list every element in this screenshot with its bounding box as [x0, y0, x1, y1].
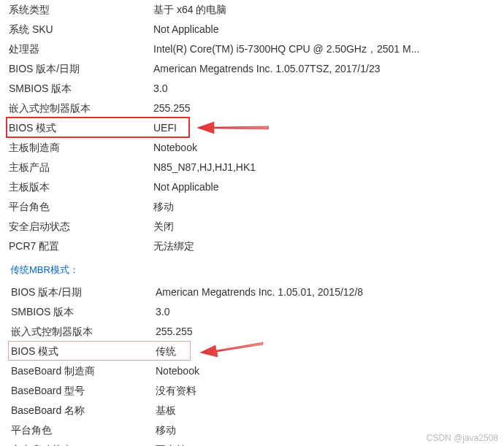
- legacy-mbr-title: 传统MBR模式：: [9, 264, 504, 277]
- info-value: 3.0: [153, 79, 504, 99]
- watermark: CSDN @java2508: [427, 433, 498, 443]
- info-row: 主板制造商 Notebook: [9, 138, 504, 158]
- info-row: SMBIOS 版本 3.0: [11, 302, 504, 322]
- system-info-section-2: BIOS 版本/日期 American Megatrends Inc. 1.05…: [9, 282, 504, 446]
- info-label: 主板产品: [9, 158, 153, 177]
- info-value: UEFI: [153, 118, 504, 138]
- info-label: BIOS 版本/日期: [9, 59, 153, 79]
- info-value: Not Applicable: [153, 177, 504, 197]
- info-label: 系统 SKU: [9, 20, 153, 39]
- info-row: 安全启动状态 关闭: [9, 217, 504, 237]
- info-label: BaseBoard 制造商: [11, 361, 156, 381]
- info-value: 关闭: [153, 217, 504, 237]
- info-value: 传统: [156, 342, 504, 361]
- info-row: 系统类型 基于 x64 的电脑: [9, 0, 504, 20]
- info-value: 255.255: [153, 99, 504, 118]
- info-row: 平台角色 移动: [9, 197, 504, 217]
- info-row-bios-mode: BIOS 模式 UEFI: [9, 118, 504, 138]
- info-row: BIOS 版本/日期 American Megatrends Inc. 1.05…: [9, 59, 504, 79]
- info-label: 平台角色: [11, 420, 156, 440]
- info-label: 平台角色: [9, 197, 153, 217]
- info-value: American Megatrends Inc. 1.05.07TSZ, 201…: [153, 59, 504, 79]
- info-row: 系统 SKU Not Applicable: [9, 20, 504, 39]
- info-label: 主板制造商: [9, 138, 153, 158]
- info-label: PCR7 配置: [9, 237, 153, 256]
- info-label: 处理器: [9, 39, 153, 59]
- info-value: Notebook: [156, 361, 504, 381]
- info-row: PCR7 配置 无法绑定: [9, 237, 504, 256]
- info-label: 安全启动状态: [9, 217, 153, 237]
- info-label: 安全启动状态: [11, 440, 156, 446]
- info-label: BIOS 模式: [9, 118, 153, 138]
- info-row: 主板版本 Not Applicable: [9, 177, 504, 197]
- info-row: SMBIOS 版本 3.0: [9, 79, 504, 99]
- info-label: SMBIOS 版本: [9, 79, 153, 99]
- info-value: 基于 x64 的电脑: [153, 0, 504, 20]
- info-row: 嵌入式控制器版本 255.255: [11, 322, 504, 342]
- info-label: 系统类型: [9, 0, 153, 20]
- info-value: 无法绑定: [153, 237, 504, 256]
- info-value: 255.255: [156, 322, 504, 342]
- info-label: SMBIOS 版本: [11, 302, 156, 322]
- info-row: 嵌入式控制器版本 255.255: [9, 99, 504, 118]
- info-label: 嵌入式控制器版本: [9, 99, 153, 118]
- info-label: 主板版本: [9, 177, 153, 197]
- info-label: BIOS 模式: [11, 342, 156, 361]
- info-value: 移动: [153, 197, 504, 217]
- info-row: BIOS 版本/日期 American Megatrends Inc. 1.05…: [11, 282, 504, 302]
- system-info-section-1: 系统类型 基于 x64 的电脑 系统 SKU Not Applicable 处理…: [9, 0, 504, 256]
- info-label: BaseBoard 型号: [11, 381, 156, 401]
- info-label: BIOS 版本/日期: [11, 282, 156, 302]
- info-value: Notebook: [153, 138, 504, 158]
- info-value: 没有资料: [156, 381, 504, 401]
- info-label: BaseBoard 名称: [11, 401, 156, 420]
- info-label: 嵌入式控制器版本: [11, 322, 156, 342]
- info-row-bios-mode: BIOS 模式 传统: [11, 342, 504, 361]
- info-value: American Megatrends Inc. 1.05.01, 2015/1…: [156, 282, 504, 302]
- info-row: BaseBoard 名称 基板: [11, 401, 504, 420]
- info-row: 处理器 Intel(R) Core(TM) i5-7300HQ CPU @ 2.…: [9, 39, 504, 59]
- info-value: Not Applicable: [153, 20, 504, 39]
- info-row: BaseBoard 型号 没有资料: [11, 381, 504, 401]
- info-value: 基板: [156, 401, 504, 420]
- info-row: 主板产品 N85_N87,HJ,HJ1,HK1: [9, 158, 504, 177]
- info-value: N85_N87,HJ,HJ1,HK1: [153, 158, 504, 177]
- info-row: BaseBoard 制造商 Notebook: [11, 361, 504, 381]
- info-value: 3.0: [156, 302, 504, 322]
- info-value: Intel(R) Core(TM) i5-7300HQ CPU @ 2.50GH…: [153, 39, 504, 59]
